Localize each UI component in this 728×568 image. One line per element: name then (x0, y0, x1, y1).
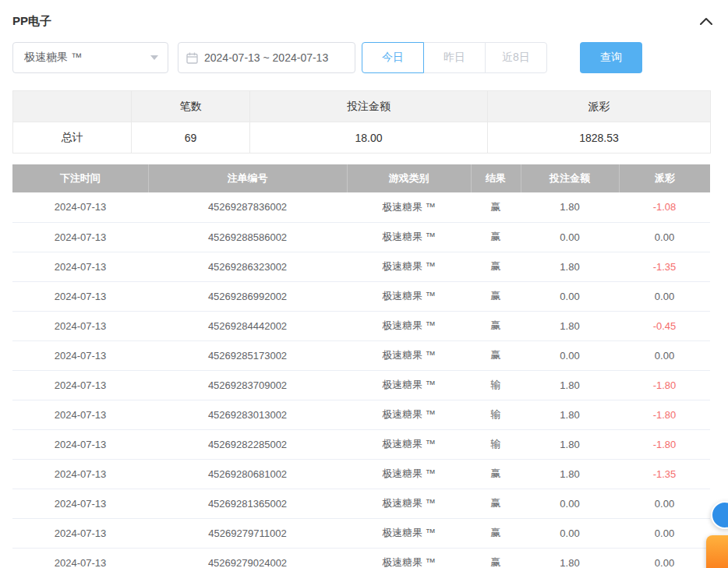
game-type-cell: 极速糖果 ™ (347, 281, 471, 311)
quick-date-button-group: 今日 昨日 近8日 (362, 42, 547, 73)
table-row: 2024-07-1345269282285002极速糖果 ™输1.80-1.80 (12, 429, 710, 459)
bet-time-cell: 2024-07-13 (12, 370, 148, 400)
payout-cell: 0.00 (619, 340, 710, 370)
payout-cell: -1.80 (619, 370, 710, 400)
bet-amount-cell: 0.00 (521, 222, 619, 252)
game-type-cell: 极速糖果 ™ (347, 548, 471, 568)
yesterday-button[interactable]: 昨日 (423, 42, 486, 73)
payout-cell: 0.00 (619, 281, 710, 311)
bet-time-cell: 2024-07-13 (12, 222, 148, 252)
game-select-value: 极速糖果 ™ (24, 51, 82, 65)
result-cell: 输 (471, 429, 521, 459)
payout-cell: 0.00 (619, 518, 710, 548)
summary-table: 笔数 投注金额 派彩 总计 69 18.00 1828.53 (12, 90, 711, 153)
bet-amount-cell: 1.80 (521, 429, 619, 459)
bet-time-cell: 2024-07-13 (12, 311, 148, 340)
game-type-cell: 极速糖果 ™ (347, 370, 471, 400)
chevron-down-icon (150, 55, 158, 60)
search-button[interactable]: 查询 (580, 42, 642, 73)
last-8-days-button[interactable]: 近8日 (485, 42, 547, 73)
page-title: PP电子 (12, 14, 51, 29)
game-type-cell: 极速糖果 ™ (347, 311, 471, 340)
order-id-cell: 45269286323002 (148, 252, 347, 281)
result-cell: 赢 (471, 311, 521, 340)
result-cell: 输 (471, 370, 521, 400)
table-row: 2024-07-1345269286323002极速糖果 ™赢1.80-1.35 (12, 252, 710, 281)
bet-time-cell: 2024-07-13 (12, 489, 148, 518)
column-header-bet-amount: 投注金额 (521, 164, 619, 192)
total-count: 69 (132, 122, 250, 153)
table-row: 2024-07-1345269280681002极速糖果 ™赢1.80-1.35 (12, 459, 710, 489)
payout-cell: -0.45 (619, 311, 710, 340)
game-type-cell: 极速糖果 ™ (347, 400, 471, 429)
customer-service-icon[interactable] (706, 535, 728, 568)
panel-header: PP电子 (12, 11, 716, 31)
summary-header-row: 笔数 投注金额 派彩 (13, 91, 711, 122)
order-id-cell: 45269280681002 (148, 459, 347, 489)
payout-cell: -1.08 (619, 192, 710, 222)
payout-cell: -1.35 (619, 459, 710, 489)
bet-amount-cell: 1.80 (521, 459, 619, 489)
result-cell: 赢 (471, 489, 521, 518)
payout-cell: -1.35 (619, 252, 710, 281)
bet-time-cell: 2024-07-13 (12, 281, 148, 311)
order-id-cell: 45269288586002 (148, 222, 347, 252)
order-id-cell: 45269279024002 (148, 548, 347, 568)
table-row: 2024-07-1345269283709002极速糖果 ™输1.80-1.80 (12, 370, 710, 400)
order-id-cell: 45269284442002 (148, 311, 347, 340)
total-payout: 1828.53 (488, 122, 711, 153)
game-select[interactable]: 极速糖果 ™ (12, 42, 168, 73)
payout-cell: 0.00 (619, 489, 710, 518)
today-button[interactable]: 今日 (362, 42, 424, 73)
table-row: 2024-07-1345269283013002极速糖果 ™输1.80-1.80 (12, 400, 710, 429)
game-type-cell: 极速糖果 ™ (347, 518, 471, 548)
game-type-cell: 极速糖果 ™ (347, 340, 471, 370)
bet-time-cell: 2024-07-13 (12, 252, 148, 281)
summary-header-bet-amount: 投注金额 (250, 91, 488, 122)
floating-widget (705, 506, 728, 568)
game-type-cell: 极速糖果 ™ (347, 489, 471, 518)
chat-bubble-icon[interactable] (711, 501, 728, 529)
table-row: 2024-07-1345269281365002极速糖果 ™赢0.000.00 (12, 489, 710, 518)
table-row: 2024-07-1345269279711002极速糖果 ™赢0.000.00 (12, 518, 710, 548)
result-cell: 赢 (471, 252, 521, 281)
order-id-cell: 45269286992002 (148, 281, 347, 311)
order-id-cell: 45269283709002 (148, 370, 347, 400)
result-cell: 赢 (471, 518, 521, 548)
records-header-row: 下注时间 注单编号 游戏类别 结果 投注金额 派彩 (12, 164, 710, 192)
calendar-icon (186, 52, 198, 64)
payout-cell: 0.00 (619, 548, 710, 568)
column-header-bet-time: 下注时间 (12, 164, 148, 192)
bet-amount-cell: 1.80 (521, 400, 619, 429)
chevron-up-icon (700, 17, 712, 25)
column-header-game-type: 游戏类别 (347, 164, 471, 192)
bet-time-cell: 2024-07-13 (12, 459, 148, 489)
table-row: 2024-07-1345269279024002极速糖果 ™赢1.800.00 (12, 548, 710, 568)
result-cell: 赢 (471, 281, 521, 311)
result-cell: 赢 (471, 222, 521, 252)
collapse-panel-button[interactable] (697, 14, 716, 28)
report-panel: PP电子 极速糖果 ™ 2024-07-13 ~ 2024-07-13 今日 昨… (0, 0, 728, 568)
bet-amount-cell: 0.00 (521, 489, 619, 518)
column-header-result: 结果 (471, 164, 521, 192)
result-cell: 赢 (471, 192, 521, 222)
game-type-cell: 极速糖果 ™ (347, 459, 471, 489)
order-id-cell: 45269283013002 (148, 400, 347, 429)
bet-amount-cell: 0.00 (521, 518, 619, 548)
records-tbody: 2024-07-1345269287836002极速糖果 ™赢1.80-1.08… (12, 192, 710, 568)
order-id-cell: 45269285173002 (148, 340, 347, 370)
bet-amount-cell: 1.80 (521, 370, 619, 400)
bet-time-cell: 2024-07-13 (12, 518, 148, 548)
game-type-cell: 极速糖果 ™ (347, 222, 471, 252)
bet-time-cell: 2024-07-13 (12, 548, 148, 568)
game-type-cell: 极速糖果 ™ (347, 429, 471, 459)
order-id-cell: 45269281365002 (148, 489, 347, 518)
date-range-input[interactable]: 2024-07-13 ~ 2024-07-13 (178, 42, 355, 73)
table-row: 2024-07-1345269285173002极速糖果 ™赢0.000.00 (12, 340, 710, 370)
payout-cell: -1.80 (619, 400, 710, 429)
column-header-payout: 派彩 (619, 164, 710, 192)
order-id-cell: 45269279711002 (148, 518, 347, 548)
filter-bar: 极速糖果 ™ 2024-07-13 ~ 2024-07-13 今日 昨日 近8日… (12, 42, 716, 73)
bet-time-cell: 2024-07-13 (12, 400, 148, 429)
bet-time-cell: 2024-07-13 (12, 429, 148, 459)
